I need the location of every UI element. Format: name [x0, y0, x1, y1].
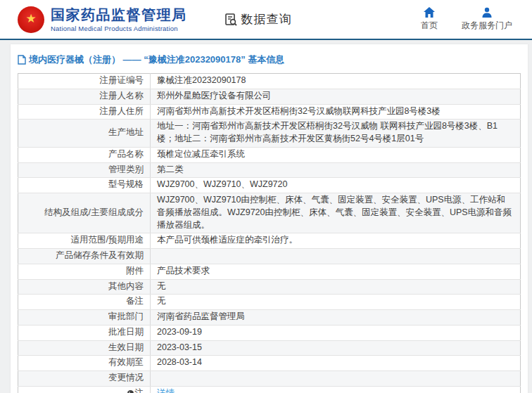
- note-label: 注: [135, 388, 144, 393]
- row-label: 产品储存条件及有效期: [18, 249, 151, 264]
- row-value: 郑州外星舱医疗设备有限公司: [151, 89, 521, 104]
- row-value: 颈椎定位减压牵引系统: [151, 147, 521, 162]
- nav-home-label: 首页: [421, 20, 438, 32]
- table-row: 审批部门 河南省药品监督管理局: [18, 310, 521, 326]
- breadcrumb: 境内医疗器械（注册） —— “豫械注准20232090178” 基本信息: [18, 52, 521, 73]
- table-row: 有效期至 2028-03-14: [18, 356, 521, 371]
- table-row: 生效日期 2023-03-15: [18, 340, 521, 356]
- registration-detail-table: 注册证编号 豫械注准20232090178 注册人名称 郑州外星舱医疗设备有限公…: [18, 73, 521, 393]
- data-query-label: 数据查询: [241, 11, 292, 27]
- table-row: 备注 无: [18, 295, 521, 310]
- row-label: 结构及组成/主要组成成分: [18, 193, 151, 233]
- row-value: 地址一：河南省郑州市高新技术开发区梧桐街32号汉威物 联网科技产业园8号楼3楼、…: [151, 120, 521, 148]
- row-label: 注册证编号: [18, 74, 151, 89]
- data-query-section[interactable]: 数据查询: [224, 11, 292, 27]
- table-row: 产品储存条件及有效期: [18, 249, 521, 264]
- table-row: 结构及组成/主要组成成分 WJZ9700、WJZ9710由控制柜、床体、气囊、固…: [18, 193, 521, 233]
- table-row: 注册人住所 河南省郑州市高新技术开发区梧桐街32号汉威物联网科技产业园8号楼3楼: [18, 104, 521, 120]
- row-value: 无: [151, 279, 521, 295]
- table-row: 注册人名称 郑州外星舱医疗设备有限公司: [18, 89, 521, 104]
- home-icon: [424, 7, 435, 18]
- row-label: 型号规格: [18, 178, 151, 193]
- row-label: 适用范围/预期用途: [18, 233, 151, 249]
- table-row-note: 注 详情: [18, 386, 521, 393]
- row-value: 本产品可供颈椎适应症的牵引治疗。: [151, 233, 521, 249]
- app-header: ★ 国家药品监督管理局 National Medical Products Ad…: [0, 0, 532, 40]
- row-label: 批准日期: [18, 325, 151, 340]
- row-label: 审批部门: [18, 310, 151, 326]
- row-label: 产品名称: [18, 147, 151, 162]
- row-value: 产品技术要求: [151, 264, 521, 279]
- table-row: 其他内容 无: [18, 279, 521, 295]
- row-value: 2023-09-19: [151, 325, 521, 340]
- national-emblem-logo: ★: [18, 6, 44, 33]
- agency-title-block: 国家药品监督管理局 National Medical Products Admi…: [51, 7, 187, 32]
- table-row: 管理类别 第二类: [18, 162, 521, 178]
- document-icon: [18, 55, 26, 65]
- row-label: 附件: [18, 264, 151, 279]
- row-label: 备注: [18, 295, 151, 310]
- row-label: 变更情况: [18, 371, 151, 387]
- row-value: 2028-03-14: [151, 356, 521, 371]
- row-value: [151, 249, 521, 264]
- note-icon: [127, 390, 134, 393]
- row-label: 注册人名称: [18, 89, 151, 104]
- row-label: 生产地址: [18, 120, 151, 148]
- star-icon: ★: [25, 13, 36, 25]
- details-link[interactable]: 详情: [157, 388, 175, 393]
- table-row: 生产地址 地址一：河南省郑州市高新技术开发区梧桐街32号汉威物 联网科技产业园8…: [18, 120, 521, 148]
- nav-portal-label: 政务服务门户: [462, 20, 512, 32]
- row-label: 其他内容: [18, 279, 151, 295]
- table-row: 适用范围/预期用途 本产品可供颈椎适应症的牵引治疗。: [18, 233, 521, 249]
- row-label: 生效日期: [18, 340, 151, 356]
- agency-name-en: National Medical Products Administration: [51, 25, 187, 32]
- row-label: 注: [18, 386, 151, 393]
- table-row: 批准日期 2023-09-19: [18, 325, 521, 340]
- row-value: [151, 371, 521, 387]
- row-label: 管理类别: [18, 162, 151, 178]
- row-value: WJZ9700、WJZ9710、WJZ9720: [151, 178, 521, 193]
- header-nav: 首页 政务服务门户: [421, 7, 512, 32]
- row-value: 河南省药品监督管理局: [151, 310, 521, 326]
- table-row: 型号规格 WJZ9700、WJZ9710、WJZ9720: [18, 178, 521, 193]
- row-value: 2023-03-15: [151, 340, 521, 356]
- user-icon: [481, 7, 493, 18]
- row-value: WJZ9700、WJZ9710由控制柜、床体、气囊、固定装置、安全装置、UPS电…: [151, 193, 521, 233]
- table-row: 附件 产品技术要求: [18, 264, 521, 279]
- table-row: 变更情况: [18, 371, 521, 387]
- table-row: 产品名称 颈椎定位减压牵引系统: [18, 147, 521, 162]
- row-value: 第二类: [151, 162, 521, 178]
- nav-home[interactable]: 首页: [421, 7, 438, 32]
- row-value: 豫械注准20232090178: [151, 74, 521, 89]
- row-value: 详情: [151, 386, 521, 393]
- agency-name-cn: 国家药品监督管理局: [51, 7, 187, 23]
- content-card: 境内医疗器械（注册） —— “豫械注准20232090178” 基本信息 注册证…: [11, 44, 528, 393]
- data-query-icon: [224, 13, 238, 27]
- page-body: 境内医疗器械（注册） —— “豫械注准20232090178” 基本信息 注册证…: [0, 40, 532, 393]
- row-value: 河南省郑州市高新技术开发区梧桐街32号汉威物联网科技产业园8号楼3楼: [151, 104, 521, 120]
- table-row: 注册证编号 豫械注准20232090178: [18, 74, 521, 89]
- breadcrumb-text: 境内医疗器械（注册） —— “豫械注准20232090178” 基本信息: [29, 53, 284, 66]
- row-label: 有效期至: [18, 356, 151, 371]
- row-label: 注册人住所: [18, 104, 151, 120]
- nav-portal[interactable]: 政务服务门户: [462, 7, 512, 32]
- row-value: 无: [151, 295, 521, 310]
